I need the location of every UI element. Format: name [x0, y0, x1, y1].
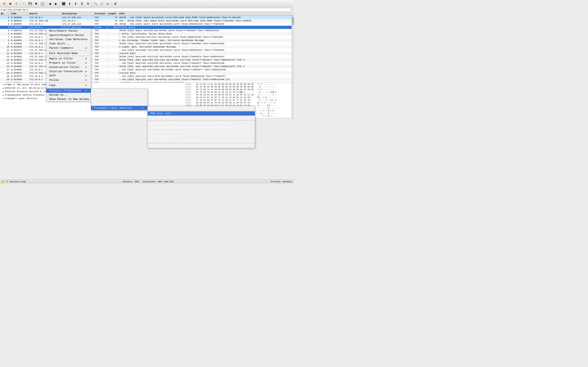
- packet-row[interactable]: 1 0.000000 172.16.0.1 172.27.235.116 TCP…: [0, 16, 294, 19]
- cell-info: r Hello, Certificate, Server Hello Done: [118, 32, 294, 35]
- details-scrollbar[interactable]: [292, 83, 294, 118]
- filter-arrows-right[interactable]: ▶: [4, 8, 6, 11]
- packet-row[interactable]: 7 0.010361 172.16.0.1 172.27.235.116 TCP…: [0, 35, 294, 39]
- open-btn[interactable]: 📁: [21, 1, 27, 7]
- up-btn[interactable]: ⬆: [67, 1, 72, 7]
- cm-tls-reassemble-app[interactable]: ✓ Reassemble TLS Application Data spanni…: [148, 125, 255, 130]
- cell-dst: 172.16.0.1: [61, 19, 94, 22]
- packet-row[interactable]: 5 0.009718 172.27.235.116 172.16.0.1 TCP…: [0, 29, 294, 32]
- cell-no: 4: [0, 26, 10, 29]
- packet-row[interactable]: 9 0.010850 172.27.235.116 172.16.0.1 TCP…: [0, 42, 294, 45]
- cm-follow[interactable]: Follow ▶: [46, 78, 91, 82]
- cell-proto: TCP: [94, 52, 107, 55]
- cm-conversation-filter[interactable]: Conversation Filter ▶: [46, 65, 91, 69]
- cm-mark-unmark[interactable]: Mark/Unmark Packet: [46, 29, 91, 33]
- packet-row[interactable]: 2 0.000043 172.27.235.116 172.16.0.1 TCP…: [0, 19, 294, 22]
- jump-btn[interactable]: ⬛: [61, 1, 66, 7]
- cell-info: → 443 [ACK] Seq=1161 Ack=17878 Win=56064…: [118, 75, 294, 78]
- split-btn[interactable]: ⧉: [85, 1, 91, 7]
- cm-tls-reassemble-tcp[interactable]: ✓ Reassemble TLS records spanning multip…: [148, 121, 255, 125]
- packet-row[interactable]: 19 0.023075 172.16.0.1 172.27.235.116 TC…: [0, 75, 294, 78]
- restart-btn[interactable]: ↺: [13, 1, 19, 7]
- cm-packet-comments[interactable]: Packet Comments ▶: [46, 46, 91, 50]
- cell-len: [107, 35, 118, 39]
- columns-btn[interactable]: ⊞: [112, 1, 118, 7]
- cell-info: 35700 [PSH, ACK] Seq=8705 Ack=1161 Win=6…: [118, 65, 294, 68]
- cell-time: 0.023363: [10, 81, 29, 83]
- cm-time-shift[interactable]: Time Shift...: [46, 42, 91, 46]
- cm-copy[interactable]: Copy ▶: [46, 83, 91, 87]
- packet-row[interactable]: 6 0.010352 172.27.235.116 172.16.0.1 TCP…: [0, 32, 294, 35]
- reload-btn[interactable]: 🔄: [39, 1, 45, 7]
- cell-len: [107, 55, 118, 58]
- tree-item-frame[interactable]: Frame 4: 583 bytes on wire (4664 bits), …: [0, 83, 185, 86]
- zoom-in-btn[interactable]: 🔍: [93, 1, 98, 7]
- filter-arrows-left[interactable]: ◀: [3, 8, 4, 11]
- packet-row[interactable]: 20 0.023356 172.16.0.1 172.27.235.116 TC…: [0, 78, 294, 81]
- cm-ignore-unignore[interactable]: Ignore/Unignore Packet: [46, 33, 91, 37]
- cm-tls-disable[interactable]: Disable TLS: [148, 144, 255, 148]
- flame-btn[interactable]: 🔥: [1, 1, 7, 7]
- cell-no: 12: [0, 52, 10, 55]
- cm-tls-master-secret[interactable]: (Pre)-Master-Secret log filename: ...: [148, 138, 255, 143]
- cell-src: 172.16.0.1: [29, 16, 61, 19]
- cm-sctp[interactable]: SCTP ▶: [46, 74, 91, 78]
- list-btn[interactable]: ☰: [79, 1, 85, 7]
- cm-pref-ethernet[interactable]: Ethernet ▶: [91, 93, 147, 97]
- filter-input[interactable]: [7, 8, 291, 12]
- filter-close-btn[interactable]: ✖: [1, 8, 2, 11]
- cell-info: → 443 [ACK] Seq=1161 Ack=8705 Win=61312 …: [118, 62, 294, 65]
- cm-pref-tcp[interactable]: Transmission Control Protocol ▶: [91, 101, 147, 106]
- cm-set-time-ref[interactable]: Set/Unset Time Reference: [46, 37, 91, 42]
- cell-no: 16: [0, 65, 10, 68]
- packet-row[interactable]: 12 0.022829 172.16.0.1 172.27.235.116 TC…: [0, 52, 294, 55]
- cm-tls-sep3: [148, 143, 255, 143]
- packet-row[interactable]: 16 0.023045 172.27.235.116 172.16.0.1 TC…: [0, 65, 294, 68]
- cell-proto: TCP: [94, 35, 107, 39]
- cm-pref-ipv4[interactable]: Internet Protocol Version 4 ▶: [91, 97, 147, 101]
- packet-row[interactable]: 21 0.023363 172.16.0.1 172.27.235.116 TC…: [0, 81, 294, 83]
- cm-pref-tls[interactable]: Transport Layer Security ▶ Open Transpor…: [91, 106, 147, 110]
- zoom-reset-btn[interactable]: ⊙: [105, 1, 111, 7]
- close-file-btn[interactable]: ✖: [33, 1, 39, 7]
- filter-expand-icon[interactable]: +: [292, 8, 293, 11]
- cm-tls-open-prefs[interactable]: Open Transport Layer Security preference…: [148, 106, 255, 110]
- cm-prepare-filter[interactable]: Prepare as Filter ▶: [46, 61, 91, 65]
- cm-apply-filter[interactable]: Apply as Filter ▶: [46, 57, 91, 61]
- cm-tls-rsa-keys[interactable]: RSA keys list...: [148, 111, 255, 116]
- packet-row[interactable]: 11 0.022671 172.27.235.116 172.16.0.1 TC…: [0, 49, 294, 52]
- cm-protocol-preferences[interactable]: Protocol Preferences ▶ Frame ▶ Ethernet …: [46, 89, 91, 93]
- cell-proto: TCP: [94, 42, 107, 45]
- prev-btn[interactable]: ◀: [47, 1, 53, 7]
- cell-len: [107, 45, 118, 49]
- cm-tls-psk[interactable]: Pre-Shared Key: ...: [148, 134, 255, 138]
- scrollbar-thumb[interactable]: [292, 17, 294, 25]
- packet-row[interactable]: 3 0.000055 172.16.0.1 172.27.235.116 TCP…: [0, 22, 294, 26]
- sep4: [92, 2, 92, 6]
- cm-show-in-new-window[interactable]: Show Packet in New Window: [46, 97, 91, 101]
- stop-btn[interactable]: ⏹: [7, 1, 13, 7]
- cm-pref-frame[interactable]: Frame ▶: [91, 89, 147, 93]
- packet-row[interactable]: 10 0.022659 172.16.0.1 172.27.235.116 TC…: [0, 45, 294, 49]
- cm-decode-as[interactable]: Decode As...: [46, 93, 91, 97]
- packet-row[interactable]: 13 0.022855 172.27.235.116 172.16.0.1 TC…: [0, 55, 294, 58]
- packet-row[interactable]: 14 0.023023 172.27.235.116 172.16.0.1 TC…: [0, 58, 294, 62]
- cell-time: 0.022829: [10, 52, 29, 55]
- packet-row[interactable]: 15 0.023036 172.16.0.1 172.27.235.116 TC…: [0, 62, 294, 65]
- cell-proto: TCP: [94, 19, 107, 22]
- packet-row[interactable]: 17 0.023050 172.16.0.1 172.27.235.116 TC…: [0, 68, 294, 71]
- packet-list-scrollbar[interactable]: [292, 16, 294, 82]
- cm-tls-mac-ignore[interactable]: Message Authentication Code (MAC), ignor…: [148, 130, 255, 134]
- down-btn[interactable]: ⬇: [73, 1, 79, 7]
- packet-row[interactable]: 8 0.010834 172.16.0.1 172.27.235.116 TCP…: [0, 39, 294, 42]
- cm-colorize[interactable]: Colorize Conversation ▶: [46, 69, 91, 74]
- cm-tls-debug-file[interactable]: TLS debug file: ...: [148, 116, 255, 120]
- cell-info: t Key Exchange, Change Cipher Spec, Encr…: [118, 39, 294, 42]
- packet-row[interactable]: 4 0.009665 172.16.0.1 172.27.235.116 TLS…: [0, 26, 294, 29]
- next-btn[interactable]: ▶: [53, 1, 59, 7]
- save-btn[interactable]: 💾: [27, 1, 33, 7]
- zoom-out-btn[interactable]: 🔎: [99, 1, 104, 7]
- packet-row[interactable]: 18 0.023072 172.27.235.116 172.16.0.1 TC…: [0, 71, 294, 75]
- cm-edit-resolved[interactable]: Edit Resolved Name: [46, 51, 91, 55]
- cell-no: 19: [0, 75, 10, 78]
